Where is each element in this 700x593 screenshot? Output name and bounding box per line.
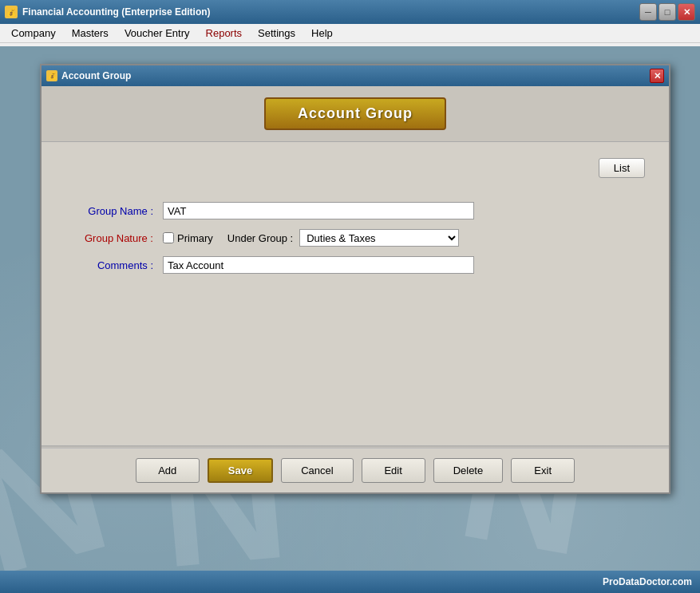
account-group-dialog: 💰 Account Group ✕ Account Group List xyxy=(40,64,670,494)
menu-masters[interactable]: Masters xyxy=(64,26,117,41)
minimize-button[interactable]: ─ xyxy=(639,3,657,21)
nature-controls: Primary Under Group : Duties & Taxes Cap… xyxy=(163,229,459,247)
dialog-header: Account Group xyxy=(42,86,669,142)
exit-button[interactable]: Exit xyxy=(511,458,575,483)
primary-label: Primary xyxy=(177,232,213,244)
window-controls: ─ □ ✕ xyxy=(639,3,695,21)
dialog-body: Account Group List Group Name : xyxy=(42,86,669,492)
add-button[interactable]: Add xyxy=(136,458,200,483)
form-area: Group Name : Group Nature : Primary Unde… xyxy=(65,202,645,274)
dialog-title: Account Group xyxy=(61,70,650,81)
dialog-icon: 💰 xyxy=(46,70,57,81)
menu-reports[interactable]: Reports xyxy=(198,26,251,41)
comments-input[interactable] xyxy=(163,256,474,274)
dialog-close-button[interactable]: ✕ xyxy=(650,69,664,83)
group-nature-row: Group Nature : Primary Under Group : Dut… xyxy=(65,229,645,247)
close-button[interactable]: ✕ xyxy=(678,3,695,21)
list-btn-area: List xyxy=(65,158,645,178)
status-bar: ProDataDoctor.com xyxy=(0,571,700,593)
group-name-input[interactable] xyxy=(163,202,474,219)
comments-label: Comments : xyxy=(65,259,153,271)
group-name-row: Group Name : xyxy=(65,202,645,219)
under-group-label: Under Group : xyxy=(227,232,293,244)
menu-voucher-entry[interactable]: Voucher Entry xyxy=(117,26,198,41)
save-button[interactable]: Save xyxy=(208,458,273,483)
comments-row: Comments : xyxy=(65,256,645,274)
primary-checkbox[interactable] xyxy=(163,232,174,243)
title-bar: 💰 Financial Accounting (Enterprise Editi… xyxy=(0,0,700,24)
primary-checkbox-wrapper: Primary xyxy=(163,232,213,244)
menu-bar: Company Masters Voucher Entry Reports Se… xyxy=(0,24,700,43)
menu-company[interactable]: Company xyxy=(3,26,64,41)
app-icon: 💰 xyxy=(5,6,18,18)
list-button[interactable]: List xyxy=(599,158,645,178)
status-text: ProDataDoctor.com xyxy=(603,576,692,587)
dialog-heading: Account Group xyxy=(264,97,446,130)
menu-help[interactable]: Help xyxy=(303,26,341,41)
button-bar: Add Save Cancel Edit Delete Exit xyxy=(42,448,669,492)
delete-button[interactable]: Delete xyxy=(433,458,504,483)
cancel-button[interactable]: Cancel xyxy=(281,458,353,483)
app-title: Financial Accounting (Enterprise Edition… xyxy=(22,6,639,18)
group-nature-label: Group Nature : xyxy=(65,232,153,244)
menu-settings[interactable]: Settings xyxy=(250,26,303,41)
maximize-button[interactable]: □ xyxy=(658,3,676,21)
edit-button[interactable]: Edit xyxy=(362,458,425,483)
desktop: N N N 💰 Account Group ✕ Account Group Li… xyxy=(0,46,700,571)
group-name-label: Group Name : xyxy=(65,205,153,217)
under-group-select[interactable]: Duties & Taxes Capital Account Loans & A… xyxy=(299,229,459,247)
dialog-title-bar: 💰 Account Group ✕ xyxy=(42,65,669,86)
dialog-content: List Group Name : Group Nature : xyxy=(42,142,669,429)
